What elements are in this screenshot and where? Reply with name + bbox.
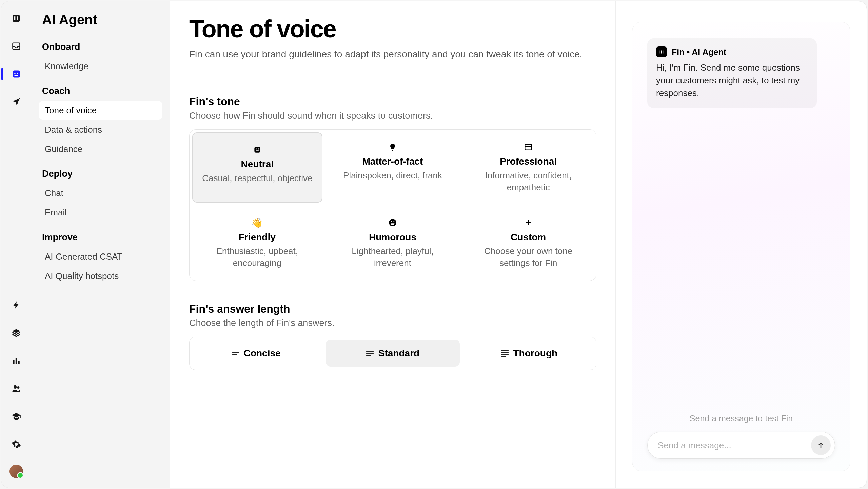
chat-msg-body: Hi, I'm Fin. Send me some questions your… (656, 61, 808, 100)
svg-rect-17 (256, 150, 259, 151)
thorough-icon (501, 350, 509, 357)
length-label: Standard (378, 348, 419, 359)
svg-rect-22 (660, 51, 660, 54)
length-label: Thorough (513, 348, 558, 359)
chat-agent-name: Fin • AI Agent (672, 47, 726, 57)
main-content: Tone of voice Fin can use your brand gui… (170, 1, 616, 488)
chat-input-wrap (647, 432, 835, 459)
neutral-icon (202, 144, 313, 155)
fin-tone-title: Fin's tone (189, 95, 596, 108)
length-option-concise[interactable]: Concise (190, 337, 323, 370)
sidebar-title: AI Agent (42, 12, 162, 27)
send-icon[interactable] (9, 94, 24, 109)
ai-agent-icon[interactable] (9, 67, 24, 81)
lightbulb-icon (335, 141, 451, 153)
tone-desc: Casual, respectful, objective (202, 172, 313, 184)
nav-section-improve: Improve (42, 232, 162, 243)
tone-title: Humorous (335, 232, 451, 243)
tone-desc: Enthusiastic, upbeat, encouraging (199, 245, 315, 269)
svg-point-6 (14, 73, 16, 74)
svg-rect-11 (18, 361, 19, 364)
wave-icon: 👋 (199, 217, 315, 228)
tone-option-matter-of-fact[interactable]: Matter-of-fact Plainspoken, direct, fran… (325, 130, 461, 205)
svg-rect-3 (17, 16, 18, 20)
settings-icon[interactable] (9, 437, 24, 452)
svg-rect-23 (661, 51, 662, 54)
chat-card: Fin • AI Agent Hi, I'm Fin. Send me some… (632, 22, 850, 471)
page-subtitle: Fin can use your brand guidelines to ada… (189, 49, 596, 60)
length-option-standard[interactable]: Standard (326, 340, 459, 367)
svg-point-16 (258, 148, 259, 149)
tone-desc: Lighthearted, playful, irreverent (335, 245, 451, 269)
icon-rail (1, 1, 31, 488)
tone-option-professional[interactable]: Professional Informative, confident, emp… (460, 130, 596, 205)
user-avatar[interactable] (9, 465, 23, 478)
graduation-icon[interactable] (9, 409, 24, 424)
tone-grid: Neutral Casual, respectful, objective Ma… (189, 129, 596, 281)
tone-option-humorous[interactable]: Humorous Lighthearted, playful, irrevere… (325, 205, 461, 281)
length-option-thorough[interactable]: Thorough (462, 337, 596, 370)
tone-title: Custom (470, 232, 587, 243)
svg-point-21 (393, 221, 394, 222)
fin-length-title: Fin's answer length (189, 303, 596, 315)
inbox-icon[interactable] (9, 39, 24, 54)
laugh-icon (335, 217, 451, 228)
svg-rect-24 (663, 51, 663, 54)
plus-icon (470, 217, 587, 228)
svg-point-15 (256, 148, 257, 149)
length-label: Concise (244, 348, 281, 359)
nav-item-csat[interactable]: AI Generated CSAT (39, 247, 162, 266)
nav-item-email[interactable]: Email (39, 203, 162, 222)
nav-item-hotspots[interactable]: AI Quality hotspots (39, 267, 162, 285)
fin-length-sub: Choose the length of Fin's answers. (189, 318, 596, 328)
svg-rect-9 (13, 360, 14, 364)
svg-rect-8 (14, 75, 18, 76)
chart-icon[interactable] (9, 353, 24, 368)
svg-point-13 (17, 386, 19, 389)
svg-point-7 (17, 73, 18, 74)
chat-welcome-message: Fin • AI Agent Hi, I'm Fin. Send me some… (647, 38, 817, 108)
tone-title: Professional (470, 156, 587, 167)
send-button[interactable] (811, 435, 831, 455)
fin-tone-sub: Choose how Fin should sound when it spea… (189, 111, 596, 121)
tone-title: Matter-of-fact (335, 156, 451, 167)
svg-point-20 (391, 221, 392, 222)
people-icon[interactable] (9, 381, 24, 396)
nav-section-deploy: Deploy (42, 169, 162, 179)
divider (170, 79, 615, 79)
nav-section-coach: Coach (42, 86, 162, 96)
nav-item-knowledge[interactable]: Knowledge (39, 57, 162, 76)
briefcase-icon (470, 141, 587, 153)
tone-desc: Informative, confident, empathetic (470, 170, 587, 193)
side-nav: AI Agent Onboard Knowledge Coach Tone of… (31, 1, 170, 488)
tone-title: Friendly (199, 232, 315, 243)
tone-option-custom[interactable]: Custom Choose your own tone settings for… (460, 205, 596, 281)
logo-icon[interactable] (9, 11, 24, 26)
svg-rect-1 (14, 16, 15, 20)
chat-input[interactable] (658, 440, 811, 451)
nav-item-guidance[interactable]: Guidance (39, 140, 162, 158)
length-row: Concise Standard Thorough (189, 337, 596, 370)
svg-rect-14 (254, 147, 260, 152)
nav-section-onboard: Onboard (42, 42, 162, 52)
svg-point-12 (13, 385, 16, 389)
svg-rect-5 (13, 71, 20, 78)
chat-hint: Send a message to test Fin (647, 414, 835, 424)
chat-footer: Send a message to test Fin (647, 414, 835, 459)
tone-option-neutral[interactable]: Neutral Casual, respectful, objective (192, 132, 322, 203)
nav-item-data-actions[interactable]: Data & actions (39, 120, 162, 139)
bolt-icon[interactable] (9, 298, 24, 313)
concise-icon (232, 352, 239, 355)
svg-rect-2 (15, 16, 16, 20)
tone-desc: Plainspoken, direct, frank (335, 170, 451, 182)
fin-badge-icon (656, 46, 667, 57)
tone-option-friendly[interactable]: 👋 Friendly Enthusiastic, upbeat, encoura… (190, 205, 325, 281)
tone-desc: Choose your own tone settings for Fin (470, 245, 587, 269)
tone-title: Neutral (202, 159, 313, 170)
svg-rect-10 (15, 358, 17, 364)
nav-item-chat[interactable]: Chat (39, 184, 162, 203)
layers-icon[interactable] (9, 325, 24, 340)
svg-rect-18 (525, 144, 532, 150)
nav-item-tone[interactable]: Tone of voice (39, 101, 162, 120)
page-title: Tone of voice (189, 15, 596, 43)
